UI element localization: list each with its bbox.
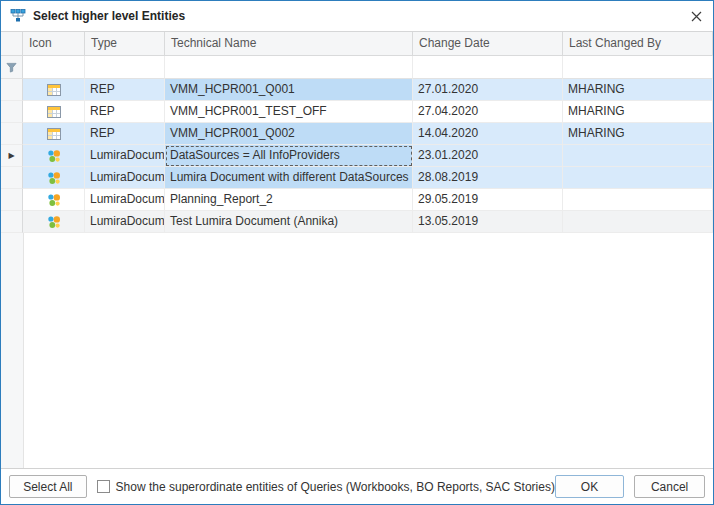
cell-type[interactable]: LumiraDocum... bbox=[85, 211, 165, 233]
cell-technical-name[interactable]: DataSources = All InfoProviders bbox=[165, 145, 413, 167]
row-indicator-cell bbox=[1, 79, 23, 101]
cell-change-date[interactable]: 27.04.2020 bbox=[413, 101, 563, 123]
current-row-indicator: ▶ bbox=[1, 145, 23, 167]
lumira-icon bbox=[23, 167, 85, 189]
grid-row[interactable]: REPVMM_HCPR001_Q00214.04.2020MHARING bbox=[1, 123, 713, 145]
filter-input-last-changed-by[interactable] bbox=[563, 56, 713, 79]
cell-type[interactable]: LumiraDocum... bbox=[85, 167, 165, 189]
cell-type[interactable]: REP bbox=[85, 79, 165, 101]
grid-empty-area bbox=[1, 233, 713, 468]
cell-change-date[interactable]: 23.01.2020 bbox=[413, 145, 563, 167]
superordinate-checkbox-wrap[interactable]: Show the superordinate entities of Queri… bbox=[97, 480, 555, 494]
column-header-technical-name[interactable]: Technical Name bbox=[165, 32, 413, 56]
cell-change-date[interactable]: 13.05.2019 bbox=[413, 211, 563, 233]
filter-input-technical-name[interactable] bbox=[165, 56, 413, 79]
footer-bar: Select All Show the superordinate entiti… bbox=[1, 468, 713, 504]
cell-technical-name[interactable]: Test Lumira Document (Annika) bbox=[165, 211, 413, 233]
cell-last-changed-by[interactable] bbox=[563, 145, 713, 167]
close-button[interactable] bbox=[679, 1, 713, 31]
dialog-title: Select higher level Entities bbox=[33, 9, 185, 23]
entities-icon bbox=[10, 8, 26, 24]
cell-technical-name[interactable]: Planning_Report_2 bbox=[165, 189, 413, 211]
cell-technical-name[interactable]: VMM_HCPR001_TEST_OFF bbox=[165, 101, 413, 123]
lumira-icon bbox=[23, 145, 85, 167]
cell-last-changed-by[interactable]: MHARING bbox=[563, 101, 713, 123]
column-header-change-date[interactable]: Change Date bbox=[413, 32, 563, 56]
cell-type[interactable]: REP bbox=[85, 123, 165, 145]
lumira-icon bbox=[23, 211, 85, 233]
header-indicator-cell bbox=[1, 32, 23, 56]
grid-row[interactable]: LumiraDocum...Lumira Document with diffe… bbox=[1, 167, 713, 189]
cancel-button[interactable]: Cancel bbox=[634, 475, 705, 498]
row-indicator-cell bbox=[1, 123, 23, 145]
cell-type[interactable]: LumiraDocum... bbox=[85, 145, 165, 167]
column-header-icon[interactable]: Icon bbox=[23, 32, 85, 56]
cell-type[interactable]: LumiraDocum... bbox=[85, 189, 165, 211]
grid-header-row: IconTypeTechnical NameChange DateLast Ch… bbox=[1, 32, 713, 56]
grid-body: REPVMM_HCPR001_Q00127.01.2020MHARINGREPV… bbox=[1, 79, 713, 233]
column-header-type[interactable]: Type bbox=[85, 32, 165, 56]
cell-last-changed-by[interactable]: MHARING bbox=[563, 79, 713, 101]
superordinate-checkbox[interactable] bbox=[97, 480, 110, 493]
row-indicator-cell bbox=[1, 167, 23, 189]
row-indicator-cell bbox=[1, 189, 23, 211]
select-all-button[interactable]: Select All bbox=[9, 475, 87, 498]
cell-technical-name[interactable]: VMM_HCPR001_Q001 bbox=[165, 79, 413, 101]
filter-input-icon[interactable] bbox=[23, 56, 85, 79]
filter-funnel-icon bbox=[1, 56, 23, 79]
ok-button[interactable]: OK bbox=[555, 475, 624, 498]
title-bar: Select higher level Entities bbox=[1, 1, 713, 31]
report-icon bbox=[23, 101, 85, 123]
grid-row[interactable]: LumiraDocum...Test Lumira Document (Anni… bbox=[1, 211, 713, 233]
grid-row[interactable]: LumiraDocum...Planning_Report_229.05.201… bbox=[1, 189, 713, 211]
report-icon bbox=[23, 123, 85, 145]
row-indicator-cell bbox=[1, 101, 23, 123]
superordinate-checkbox-label: Show the superordinate entities of Queri… bbox=[116, 480, 555, 494]
cell-change-date[interactable]: 27.01.2020 bbox=[413, 79, 563, 101]
grid-row[interactable]: ▶LumiraDocum...DataSources = All InfoPro… bbox=[1, 145, 713, 167]
cell-change-date[interactable]: 29.05.2019 bbox=[413, 189, 563, 211]
filter-input-change-date[interactable] bbox=[413, 56, 563, 79]
row-indicator-cell bbox=[1, 211, 23, 233]
grid-row[interactable]: REPVMM_HCPR001_Q00127.01.2020MHARING bbox=[1, 79, 713, 101]
entities-grid: IconTypeTechnical NameChange DateLast Ch… bbox=[1, 31, 713, 468]
cell-type[interactable]: REP bbox=[85, 101, 165, 123]
cell-technical-name[interactable]: VMM_HCPR001_Q002 bbox=[165, 123, 413, 145]
cell-last-changed-by[interactable] bbox=[563, 211, 713, 233]
grid-row[interactable]: REPVMM_HCPR001_TEST_OFF27.04.2020MHARING bbox=[1, 101, 713, 123]
column-header-last-changed-by[interactable]: Last Changed By bbox=[563, 32, 713, 56]
cell-last-changed-by[interactable] bbox=[563, 189, 713, 211]
grid-filter-row bbox=[1, 56, 713, 79]
cell-technical-name[interactable]: Lumira Document with different DataSourc… bbox=[165, 167, 413, 189]
select-entities-dialog: Select higher level Entities IconTypeTec… bbox=[0, 0, 714, 505]
cell-change-date[interactable]: 28.08.2019 bbox=[413, 167, 563, 189]
cell-last-changed-by[interactable] bbox=[563, 167, 713, 189]
cell-change-date[interactable]: 14.04.2020 bbox=[413, 123, 563, 145]
filter-input-type[interactable] bbox=[85, 56, 165, 79]
report-icon bbox=[23, 79, 85, 101]
lumira-icon bbox=[23, 189, 85, 211]
cell-last-changed-by[interactable]: MHARING bbox=[563, 123, 713, 145]
